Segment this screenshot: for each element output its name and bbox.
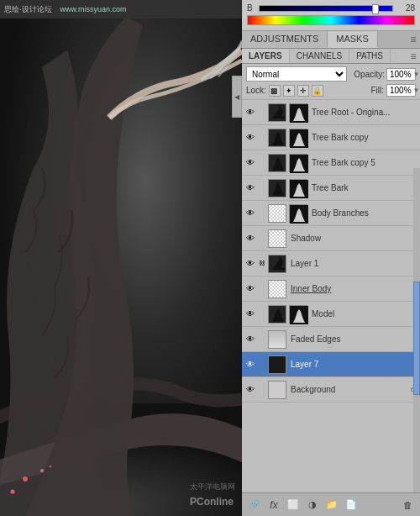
layer-name-label: Body Branches <box>309 208 417 218</box>
delete-layer-button[interactable]: 🗑 <box>399 497 416 513</box>
layer-link-icon: ⛓ <box>258 258 266 270</box>
layer-mask-thumbnail <box>289 103 307 122</box>
b-slider-track[interactable] <box>259 5 393 12</box>
panel-collapse-arrow[interactable]: ◀ <box>232 76 242 118</box>
layer-visibility-icon[interactable]: 👁 <box>244 258 256 270</box>
add-mask-button[interactable]: ⬜ <box>285 497 302 513</box>
adjustments-tab[interactable]: ADJUSTMENTS <box>242 31 328 48</box>
layer-thumbnail <box>268 355 286 374</box>
layer-item[interactable]: 👁Tree Bark copy 5 <box>242 150 420 176</box>
scrollbar-track[interactable] <box>413 168 420 492</box>
opacity-value[interactable]: 100% ▼ <box>386 68 416 81</box>
opacity-container: Opacity: 100% ▼ <box>354 68 416 81</box>
lock-all-icon[interactable]: 🔒 <box>312 85 323 97</box>
layers-toolbar: 🔗 fx ⬜ ◑ 📁 📄 🗑 <box>242 492 420 516</box>
b-slider-thumb[interactable] <box>372 4 379 14</box>
lock-move-icon[interactable]: ✛ <box>297 85 309 97</box>
layer-item[interactable]: 👁Backgroundfx <box>242 377 420 403</box>
layer-fx-button[interactable]: fx <box>265 497 282 513</box>
layer-visibility-icon[interactable]: 👁 <box>244 157 256 169</box>
svg-point-2 <box>23 477 28 482</box>
layer-thumbnail <box>268 280 286 298</box>
layer-thumbnail <box>268 154 286 172</box>
layer-visibility-icon[interactable]: 👁 <box>244 132 256 144</box>
b-slider-container[interactable] <box>259 5 393 12</box>
layer-item[interactable]: 👁Body Branches <box>242 201 420 226</box>
layer-name-label: Tree Root - Origina... <box>309 108 417 117</box>
channels-tab[interactable]: CHANNELS <box>290 49 349 63</box>
layer-mask-thumbnail <box>289 204 307 223</box>
layer-controls: Normal Opacity: 100% ▼ Lock: ▩ ✦ ✛ 🔒 Fil… <box>242 64 420 100</box>
svg-point-4 <box>11 490 15 494</box>
layer-item[interactable]: 👁⛓Layer 1 <box>242 251 420 276</box>
layer-thumbnail <box>268 129 286 147</box>
fill-arrow[interactable]: ▼ <box>413 87 420 94</box>
layer-item[interactable]: 👁Tree Bark <box>242 176 420 201</box>
canvas-svg <box>0 0 242 516</box>
layer-thumbnail <box>268 381 286 399</box>
layer-link-icon <box>258 384 266 396</box>
layer-visibility-icon[interactable]: 👁 <box>244 384 256 396</box>
blend-mode-row: Normal Opacity: 100% ▼ <box>246 66 416 82</box>
paths-tab[interactable]: PATHS <box>349 49 391 63</box>
layer-visibility-icon[interactable]: 👁 <box>244 334 256 345</box>
layer-item[interactable]: 👁Tree Bark copy <box>242 125 420 150</box>
layer-mask-thumbnail <box>289 154 307 172</box>
layer-visibility-icon[interactable]: 👁 <box>244 283 256 295</box>
layer-mask-thumbnail <box>289 305 307 324</box>
b-value: 28 <box>396 3 415 13</box>
opacity-arrow[interactable]: ▼ <box>413 71 420 78</box>
panel-menu-icon[interactable]: ≡ <box>407 31 420 48</box>
layer-link-icon <box>258 308 266 320</box>
layer-item[interactable]: 👁Model <box>242 302 420 327</box>
blend-mode-select[interactable]: Normal <box>246 66 347 82</box>
canvas-topbar: 思绘·设计论坛 www.missyuan.com <box>0 0 242 18</box>
layer-visibility-icon[interactable]: 👁 <box>244 182 256 194</box>
fill-value[interactable]: 100% ▼ <box>386 84 416 97</box>
layer-name-label: Tree Bark <box>309 183 417 192</box>
layer-item[interactable]: 👁Faded Edges <box>242 327 420 352</box>
new-fill-adjustment-button[interactable]: ◑ <box>304 497 321 513</box>
layer-item[interactable]: 👁Layer 7 <box>242 352 420 377</box>
layer-link-icon <box>258 359 266 371</box>
layers-tabs-container: LAYERS CHANNELS PATHS ≡ <box>242 49 420 64</box>
layers-tab[interactable]: LAYERS <box>242 49 290 63</box>
new-group-button[interactable]: 📁 <box>323 497 340 513</box>
layer-mask-thumbnail <box>289 179 307 197</box>
layer-name-label: Background <box>288 385 409 394</box>
link-layers-button[interactable]: 🔗 <box>246 497 263 513</box>
layer-visibility-icon[interactable]: 👁 <box>244 359 256 371</box>
layer-link-icon <box>258 208 266 219</box>
scrollbar-thumb[interactable] <box>413 282 420 395</box>
new-layer-button[interactable]: 📄 <box>343 497 360 513</box>
layers-panel-menu-icon[interactable]: ≡ <box>407 49 420 63</box>
lock-transparent-icon[interactable]: ▩ <box>269 85 281 97</box>
masks-tab[interactable]: MASKS <box>328 31 378 48</box>
layer-thumbnail <box>268 255 286 273</box>
layer-link-icon <box>258 107 266 118</box>
lock-position-icon[interactable]: ✦ <box>283 85 295 97</box>
layer-item[interactable]: 👁Inner Body <box>242 276 420 302</box>
b-slider-row: B 28 <box>247 3 415 13</box>
layer-item[interactable]: 👁Tree Root - Origina... <box>242 100 420 125</box>
layer-name-label: Inner Body <box>288 284 417 293</box>
layer-name-label: Layer 1 <box>288 259 417 268</box>
layer-thumbnail <box>268 179 286 197</box>
watermark: PConline <box>190 496 234 508</box>
layer-visibility-icon[interactable]: 👁 <box>244 208 256 219</box>
layer-item[interactable]: 👁Shadow <box>242 226 420 251</box>
layer-mask-thumbnail <box>289 129 307 147</box>
lock-label: Lock: <box>246 86 266 95</box>
layers-list[interactable]: 👁Tree Root - Origina...👁Tree Bark copy👁T… <box>242 100 420 492</box>
site-name: 思绘·设计论坛 <box>4 4 52 15</box>
layer-visibility-icon[interactable]: 👁 <box>244 233 256 245</box>
layer-name-label: Shadow <box>288 234 417 243</box>
layer-name-label: Layer 7 <box>288 360 417 369</box>
site-url: www.missyuan.com <box>60 5 127 13</box>
fill-label: Fill: <box>370 86 384 95</box>
layer-visibility-icon[interactable]: 👁 <box>244 308 256 320</box>
layer-visibility-icon[interactable]: 👁 <box>244 107 256 118</box>
adj-tabs-container: ADJUSTMENTS MASKS ≡ <box>242 31 420 49</box>
hue-gradient-bar[interactable] <box>247 15 415 25</box>
layer-link-icon <box>258 334 266 345</box>
